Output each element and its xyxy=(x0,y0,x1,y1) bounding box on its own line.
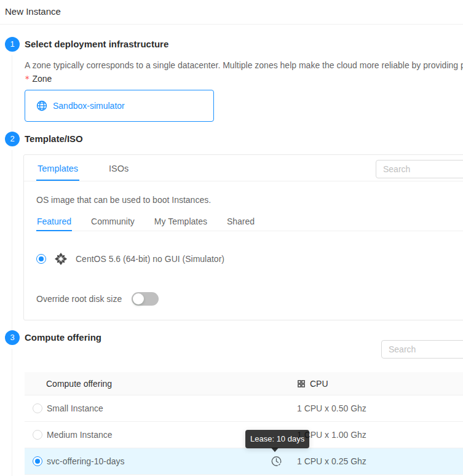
filter-tab-featured[interactable]: Featured xyxy=(36,215,72,231)
template-iso-card: Templates ISOs OS image that can be used… xyxy=(23,154,463,320)
template-option-centos[interactable]: CentOS 5.6 (64-bit) no GUI (Simulator) xyxy=(36,250,463,268)
step-2-indicator: 2 xyxy=(5,132,20,146)
offering-cpu: 1 CPU x 0.50 Ghz xyxy=(297,403,366,413)
step-connector-line xyxy=(12,55,12,135)
page-header: New Instance xyxy=(0,0,463,25)
grid-icon xyxy=(297,379,306,388)
new-instance-page: New Instance 1 Select deployment infrast… xyxy=(0,0,463,476)
lease-tooltip: Lease: 10 days xyxy=(245,430,309,448)
offering-radio[interactable] xyxy=(33,403,42,413)
template-search-input[interactable] xyxy=(376,160,463,178)
page-title: New Instance xyxy=(5,6,61,17)
zone-field-label: *Zone xyxy=(25,73,463,85)
zone-description: A zone typically corresponds to a single… xyxy=(25,59,463,71)
offering-radio[interactable] xyxy=(33,430,42,440)
offering-name: svc-offering-10-days xyxy=(47,456,125,466)
step-connector-line xyxy=(12,349,12,476)
os-image-description: OS image that can be used to boot Instan… xyxy=(36,194,463,206)
wizard-steps: 1 Select deployment infrastructure A zon… xyxy=(0,25,463,476)
compute-offering-table: Compute offering CPU xyxy=(25,372,463,475)
template-filter-tabbar: Featured Community My Templates Shared xyxy=(36,215,463,231)
step-template-iso: 2 Template/ISO Templates ISOs OS image t… xyxy=(5,132,463,330)
offering-name: Medium Instance xyxy=(47,430,113,440)
column-header-cpu: CPU xyxy=(297,379,328,389)
override-root-disk-toggle[interactable] xyxy=(132,292,159,306)
step-deployment-infrastructure: 1 Select deployment infrastructure A zon… xyxy=(5,37,463,132)
offering-row-medium-instance[interactable]: Medium Instance 1 CPU x 1.00 Ghz xyxy=(25,422,463,448)
compute-offering-search-input[interactable] xyxy=(381,340,463,359)
zone-name: Sandbox-simulator xyxy=(53,101,125,111)
override-root-disk-row: Override root disk size xyxy=(36,292,463,306)
filter-tab-shared[interactable]: Shared xyxy=(226,215,255,231)
step-compute-offering: 3 Compute offering Compute offering xyxy=(5,330,463,476)
offering-radio[interactable] xyxy=(33,456,42,466)
required-asterisk: * xyxy=(25,74,30,84)
override-root-disk-label: Override root disk size xyxy=(36,294,122,304)
toggle-knob xyxy=(133,293,144,304)
step-connector-line xyxy=(12,150,12,334)
centos-logo-icon xyxy=(54,252,68,266)
step-3-indicator: 3 xyxy=(5,330,20,345)
clock-lease-icon[interactable] xyxy=(271,456,282,467)
offering-name: Small Instance xyxy=(47,403,103,413)
template-name: CentOS 5.6 (64-bit) no GUI (Simulator) xyxy=(76,254,224,264)
tab-isos[interactable]: ISOs xyxy=(108,155,130,181)
step-2-title: Template/ISO xyxy=(25,132,463,146)
step-1-indicator: 1 xyxy=(5,37,20,52)
globe-icon xyxy=(36,100,47,111)
zone-option-sandbox-simulator[interactable]: Sandbox-simulator xyxy=(25,90,214,122)
column-header-compute-offering: Compute offering xyxy=(25,379,297,389)
step-1-title: Select deployment infrastructure xyxy=(25,37,463,52)
template-radio[interactable] xyxy=(36,254,46,264)
offering-row-svc-offering-10-days[interactable]: svc-offering-10-days 1 CPU x 0.25 Ghz xyxy=(25,448,463,475)
offering-row-small-instance[interactable]: Small Instance 1 CPU x 0.50 Ghz xyxy=(25,395,463,422)
filter-tab-my-templates[interactable]: My Templates xyxy=(154,215,208,231)
table-header-row: Compute offering CPU xyxy=(25,372,463,395)
filter-tab-community[interactable]: Community xyxy=(90,215,135,231)
tab-templates[interactable]: Templates xyxy=(36,155,79,181)
lease-tooltip-arrow xyxy=(271,448,279,452)
